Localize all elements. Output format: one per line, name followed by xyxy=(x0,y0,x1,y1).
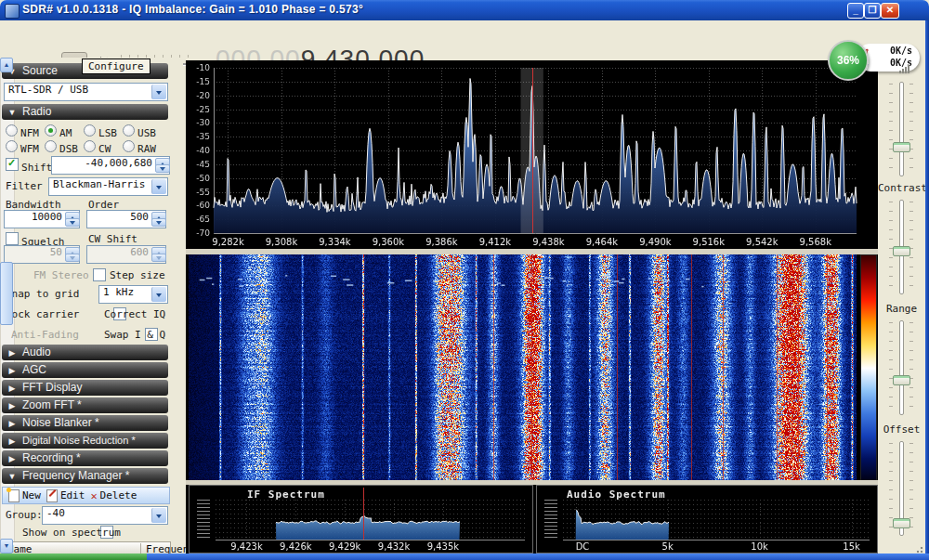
shift-value-input[interactable]: -40,000,680 xyxy=(51,156,170,175)
delete-icon: ✕ xyxy=(90,489,97,502)
correct-iq-label: Correct IQ xyxy=(104,308,165,320)
radio-icon-selected[interactable] xyxy=(45,124,57,137)
radio-panel-header[interactable]: ▼Radio xyxy=(2,104,168,120)
radio-icon[interactable] xyxy=(45,140,57,152)
shift-checkbox[interactable]: Shift xyxy=(6,158,52,174)
checkbox-icon[interactable] xyxy=(6,232,19,245)
expand-triangle-icon: ▶ xyxy=(2,451,22,467)
radio-icon[interactable] xyxy=(6,140,18,152)
source-device-value: RTL-SDR / USB xyxy=(8,84,88,96)
contrast-slider[interactable] xyxy=(887,200,915,294)
radio-icon[interactable] xyxy=(84,124,96,137)
spinner[interactable] xyxy=(151,212,164,227)
waterfall-palette-bar xyxy=(860,254,877,482)
spinner[interactable] xyxy=(155,158,168,173)
waterfall-display[interactable] xyxy=(189,254,857,480)
noise-blanker-panel-header[interactable]: ▶Noise Blanker * xyxy=(2,415,168,431)
range-slider[interactable] xyxy=(887,320,915,415)
slider-track xyxy=(899,82,904,176)
taskbar-sliver[interactable] xyxy=(147,553,929,560)
dropdown-arrow-icon[interactable] xyxy=(151,179,166,194)
swap-iq-label: Swap I & Q xyxy=(104,329,165,341)
edit-icon xyxy=(46,489,58,502)
mode-dsb[interactable]: DSB xyxy=(45,140,78,155)
filter-label: Filter xyxy=(6,180,43,192)
mode-usb[interactable]: USB xyxy=(123,124,156,139)
expand-triangle-icon: ▶ xyxy=(2,398,22,414)
recording-panel-header[interactable]: ▶Recording * xyxy=(2,450,168,466)
toolbar: ⚙ 000.009.430.000 xyxy=(0,20,929,60)
expand-triangle-icon: ▶ xyxy=(2,416,22,432)
expand-triangle-icon: ▶ xyxy=(2,345,22,361)
scroll-down-icon[interactable]: ▼ xyxy=(0,539,13,553)
mode-nfm[interactable]: NFM xyxy=(6,124,39,139)
dropdown-arrow-icon[interactable] xyxy=(151,508,166,523)
zoom-slider[interactable] xyxy=(887,82,915,176)
source-device-select[interactable]: RTL-SDR / USB xyxy=(4,83,168,101)
spinner[interactable] xyxy=(65,212,78,227)
expand-triangle-icon: ▶ xyxy=(2,381,22,397)
scrollbar-thumb[interactable] xyxy=(0,262,13,325)
edit-button[interactable]: Edit xyxy=(46,489,85,502)
minimize-button[interactable]: _ xyxy=(847,3,864,19)
new-button[interactable]: New xyxy=(8,489,41,502)
cw-shift-label: CW Shift xyxy=(88,233,137,245)
frequency-manager-panel-header[interactable]: ▼Frequency Manager * xyxy=(2,468,168,484)
expand-triangle-icon: ▶ xyxy=(2,363,22,379)
dropdown-arrow-icon[interactable] xyxy=(151,85,166,99)
if-spectrum-title: IF Spectrum xyxy=(247,488,325,501)
filter-select[interactable]: Blackman-Harris 4 xyxy=(48,177,168,196)
step-size-label: Step size xyxy=(110,269,165,281)
slider-track xyxy=(899,320,904,415)
fm-stereo-label: FM Stereo xyxy=(33,269,89,281)
digital-noise-reduction-panel-header[interactable]: ▶Digital Noise Reduction * xyxy=(2,433,168,449)
contrast-label: Contrast xyxy=(878,182,925,194)
bandwidth-input[interactable]: 10000 xyxy=(4,210,80,228)
audio-spectrum-title: Audio Spectrum xyxy=(567,488,666,501)
rf-spectrum-display[interactable] xyxy=(186,60,878,249)
radio-icon[interactable] xyxy=(123,124,135,137)
mode-cw[interactable]: CW xyxy=(84,140,111,155)
range-label: Range xyxy=(878,303,925,315)
group-select[interactable]: -40 xyxy=(42,506,168,525)
control-sidebar: ▼Source RTL-SDR / USB ▼Radio NFM AM LSB … xyxy=(0,58,183,553)
expand-triangle-icon: ▶ xyxy=(2,434,22,449)
zoom-fft-panel-header[interactable]: ▶Zoom FFT * xyxy=(2,397,168,413)
audio-panel-header[interactable]: ▶Audio xyxy=(2,345,168,360)
upload-rate: 0K/s xyxy=(890,46,912,56)
radio-icon[interactable] xyxy=(84,140,96,152)
step-size-select[interactable]: 1 kHz xyxy=(98,285,168,304)
mode-lsb[interactable]: LSB xyxy=(84,124,117,139)
radio-icon[interactable] xyxy=(123,140,135,152)
slider-thumb[interactable] xyxy=(893,142,910,152)
offset-slider[interactable] xyxy=(887,441,915,536)
if-spectrum-display[interactable] xyxy=(190,486,532,553)
fft-display-panel-header[interactable]: ▶FFT Display xyxy=(2,380,168,396)
slider-ticks xyxy=(889,322,893,413)
restore-button[interactable]: ❐ xyxy=(864,3,881,19)
dropdown-arrow-icon[interactable] xyxy=(151,287,166,302)
display-controls-panel: Contrast Range Offset xyxy=(878,60,925,553)
resize-grip-icon[interactable] xyxy=(914,544,923,553)
close-button[interactable]: ✕ xyxy=(881,3,899,19)
group-label: Group: xyxy=(6,509,43,521)
slider-thumb[interactable] xyxy=(893,246,910,256)
radio-icon[interactable] xyxy=(6,124,18,137)
signal-bars-icon xyxy=(899,65,910,73)
order-input[interactable]: 500 xyxy=(86,210,166,228)
checkbox-checked-icon[interactable] xyxy=(6,158,19,171)
taskbar-start-sliver[interactable] xyxy=(0,553,147,560)
collapse-triangle-icon: ▼ xyxy=(2,469,22,485)
scroll-up-icon[interactable]: ▲ xyxy=(0,58,13,72)
delete-button[interactable]: ✕Delete xyxy=(90,489,137,502)
mode-raw[interactable]: RAW xyxy=(123,140,156,155)
slider-thumb[interactable] xyxy=(893,518,910,528)
agc-panel-header[interactable]: ▶AGC xyxy=(2,362,168,378)
title-bar[interactable]: SDR# v1.0.0.1318 - IQ Imbalance: Gain = … xyxy=(0,0,929,20)
if-spectrum-panel: IF Spectrum xyxy=(189,485,533,553)
show-on-spectrum-label: Show on spectrum xyxy=(22,527,121,539)
slider-thumb[interactable] xyxy=(893,375,910,385)
mode-am[interactable]: AM xyxy=(45,124,72,139)
mode-wfm[interactable]: WFM xyxy=(6,140,39,155)
radio-panel-title: Radio xyxy=(22,105,51,118)
